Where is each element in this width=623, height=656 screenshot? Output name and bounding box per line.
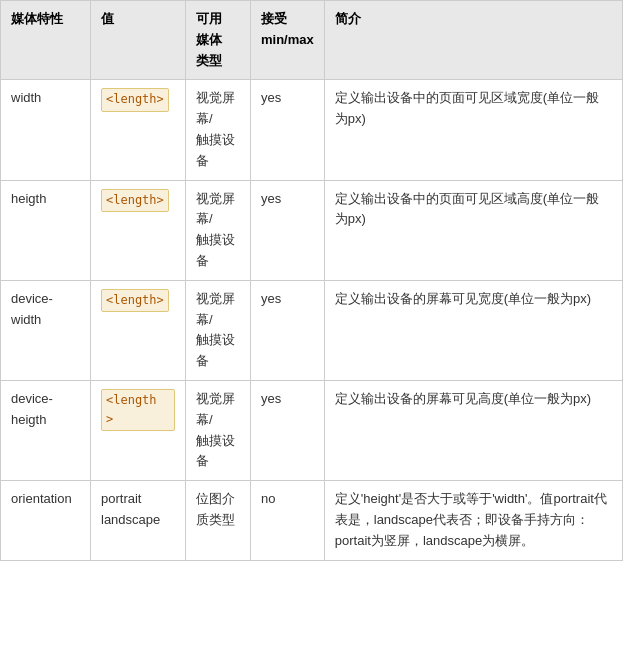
table-row: device- heigth<length >视觉屏幕/触摸设备yes定义输出设…: [1, 380, 623, 480]
cell-value: <length>: [91, 280, 186, 380]
header-feature: 媒体特性: [1, 1, 91, 80]
cell-desc: 定义输出设备的屏幕可见宽度(单位一般为px): [324, 280, 622, 380]
cell-desc: 定义'height'是否大于或等于'width'。值portrait代表是，la…: [324, 481, 622, 560]
cell-minmax: yes: [251, 380, 325, 480]
cell-feature: heigth: [1, 180, 91, 280]
cell-feature: device- width: [1, 280, 91, 380]
cell-minmax: yes: [251, 180, 325, 280]
header-desc: 简介: [324, 1, 622, 80]
cell-value: <length>: [91, 80, 186, 180]
cell-minmax: yes: [251, 80, 325, 180]
table-row: heigth<length>视觉屏幕/触摸设备yes定义输出设备中的页面可见区域…: [1, 180, 623, 280]
code-tag: <length>: [101, 289, 169, 312]
cell-media: 视觉屏幕/触摸设备: [186, 280, 251, 380]
cell-minmax: yes: [251, 280, 325, 380]
cell-value: <length>: [91, 180, 186, 280]
code-tag: <length>: [101, 88, 169, 111]
cell-desc: 定义输出设备中的页面可见区域高度(单位一般为px): [324, 180, 622, 280]
code-tag: <length>: [101, 189, 169, 212]
code-tag: <length >: [101, 389, 175, 431]
cell-value: <length >: [91, 380, 186, 480]
header-minmax: 接受 min/max: [251, 1, 325, 80]
table-row: orientationportrait landscape位图介质类型no定义'…: [1, 481, 623, 560]
cell-media: 位图介质类型: [186, 481, 251, 560]
cell-media: 视觉屏幕/触摸设备: [186, 80, 251, 180]
table-row: width<length>视觉屏幕/触摸设备yes定义输出设备中的页面可见区域宽…: [1, 80, 623, 180]
cell-media: 视觉屏幕/触摸设备: [186, 180, 251, 280]
table-row: device- width<length>视觉屏幕/触摸设备yes定义输出设备的…: [1, 280, 623, 380]
cell-media: 视觉屏幕/触摸设备: [186, 380, 251, 480]
cell-value: portrait landscape: [91, 481, 186, 560]
cell-feature: orientation: [1, 481, 91, 560]
cell-feature: width: [1, 80, 91, 180]
cell-desc: 定义输出设备中的页面可见区域宽度(单位一般为px): [324, 80, 622, 180]
cell-desc: 定义输出设备的屏幕可见高度(单位一般为px): [324, 380, 622, 480]
header-media: 可用 媒体 类型: [186, 1, 251, 80]
header-value: 值: [91, 1, 186, 80]
media-features-table: 媒体特性 值 可用 媒体 类型 接受 min/max 简介 width<leng…: [0, 0, 623, 561]
table-header-row: 媒体特性 值 可用 媒体 类型 接受 min/max 简介: [1, 1, 623, 80]
cell-minmax: no: [251, 481, 325, 560]
cell-feature: device- heigth: [1, 380, 91, 480]
